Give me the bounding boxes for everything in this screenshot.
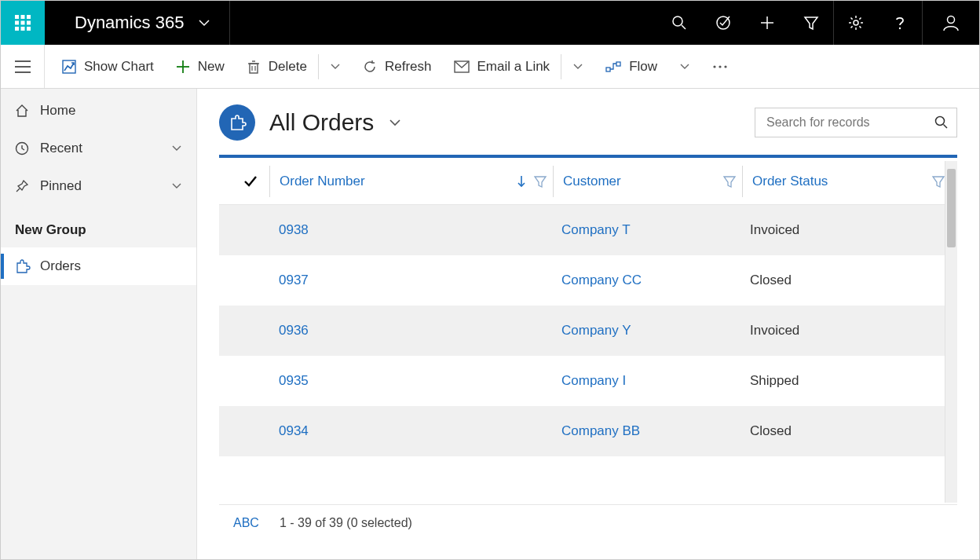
cell-order-number[interactable]: 0934 xyxy=(269,423,552,439)
show-chart-button[interactable]: Show Chart xyxy=(51,45,165,88)
cell-customer[interactable]: Company BB xyxy=(552,423,740,439)
alpha-filter-button[interactable]: ABC xyxy=(233,516,259,530)
more-commands-button[interactable] xyxy=(701,64,739,69)
column-header-order-status[interactable]: Order Status xyxy=(743,174,951,189)
cell-order-number[interactable]: 0936 xyxy=(269,323,552,339)
svg-point-14 xyxy=(854,20,858,25)
svg-line-21 xyxy=(851,26,853,27)
svg-point-44 xyxy=(936,117,945,126)
table-row[interactable]: 0934Company BBClosed xyxy=(219,406,957,456)
select-all-checkbox[interactable] xyxy=(232,174,269,189)
svg-point-23 xyxy=(899,27,901,29)
puzzle-icon xyxy=(229,114,246,131)
cell-customer[interactable]: Company T xyxy=(552,222,740,238)
cell-customer[interactable]: Company CC xyxy=(552,273,740,288)
grid-footer: ABC 1 - 39 of 39 (0 selected) xyxy=(219,504,957,540)
svg-rect-38 xyxy=(616,62,620,66)
task-button[interactable] xyxy=(701,1,745,45)
filter-button[interactable] xyxy=(789,1,833,45)
chevron-down-icon xyxy=(572,61,583,72)
funnel-icon[interactable] xyxy=(534,175,547,188)
nav-toggle-button[interactable] xyxy=(1,45,45,88)
svg-rect-37 xyxy=(606,68,610,71)
view-selector[interactable]: All Orders xyxy=(269,109,402,136)
svg-rect-4 xyxy=(21,21,25,25)
record-count: 1 - 39 of 39 (0 selected) xyxy=(280,516,412,530)
puzzle-icon xyxy=(15,259,29,273)
cell-order-number[interactable]: 0938 xyxy=(269,222,552,238)
waffle-icon xyxy=(15,15,31,31)
sidebar-item-label: Home xyxy=(40,103,75,119)
flow-button[interactable]: Flow xyxy=(594,45,668,88)
column-header-order-number[interactable]: Order Number xyxy=(270,174,553,189)
table-row[interactable]: 0938Company TInvoiced xyxy=(219,205,957,255)
refresh-icon xyxy=(363,60,377,74)
chevron-down-icon xyxy=(171,181,182,192)
svg-rect-2 xyxy=(27,15,31,19)
svg-rect-5 xyxy=(27,21,31,25)
delete-split-button[interactable] xyxy=(319,61,352,72)
column-label: Order Status xyxy=(752,174,828,189)
sidebar-item-label: Orders xyxy=(40,258,81,274)
main-area: All Orders xyxy=(197,89,979,559)
account-button[interactable] xyxy=(923,1,979,45)
clock-icon xyxy=(15,141,29,156)
table-row[interactable]: 0937Company CCClosed xyxy=(219,255,957,306)
trash-icon xyxy=(247,60,261,74)
table-row[interactable]: 0935Company IShipped xyxy=(219,356,957,406)
sidebar-item-recent[interactable]: Recent xyxy=(1,130,196,167)
svg-line-20 xyxy=(859,26,861,27)
refresh-button[interactable]: Refresh xyxy=(352,45,443,88)
svg-point-9 xyxy=(673,16,682,26)
new-record-button[interactable] xyxy=(745,1,789,45)
ellipsis-icon xyxy=(712,64,728,69)
cell-order-status: Invoiced xyxy=(740,323,951,339)
svg-rect-31 xyxy=(250,64,258,73)
scrollbar-thumb[interactable] xyxy=(947,169,956,247)
chevron-down-icon xyxy=(679,61,690,72)
funnel-icon[interactable] xyxy=(723,175,742,188)
settings-button[interactable] xyxy=(834,1,878,45)
command-bar: Show Chart New Delete xyxy=(1,45,979,89)
delete-button[interactable]: Delete xyxy=(236,45,318,88)
cell-order-number[interactable]: 0935 xyxy=(269,373,552,389)
table-row[interactable]: 0936Company YInvoiced xyxy=(219,306,957,356)
gear-icon xyxy=(848,15,864,31)
search-icon[interactable] xyxy=(934,115,949,130)
sidebar-item-label: Pinned xyxy=(40,178,82,194)
brand-area[interactable]: Dynamics 365 xyxy=(45,1,230,45)
svg-rect-7 xyxy=(21,27,25,31)
record-search[interactable] xyxy=(755,108,957,137)
app-launcher-button[interactable] xyxy=(1,1,45,45)
scrollbar[interactable] xyxy=(945,161,957,503)
cell-customer[interactable]: Company Y xyxy=(552,323,740,339)
help-button[interactable] xyxy=(878,1,922,45)
chevron-down-icon xyxy=(388,115,402,130)
flow-split-button[interactable] xyxy=(668,61,701,72)
cell-order-number[interactable]: 0937 xyxy=(269,273,552,288)
cell-customer[interactable]: Company I xyxy=(552,373,740,389)
flow-label: Flow xyxy=(629,59,657,75)
sidebar-item-pinned[interactable]: Pinned xyxy=(1,167,196,205)
funnel-icon xyxy=(803,15,819,31)
search-button[interactable] xyxy=(657,1,701,45)
svg-rect-8 xyxy=(27,27,31,31)
search-input[interactable] xyxy=(766,115,934,130)
mail-icon xyxy=(454,60,470,73)
email-link-button[interactable]: Email a Link xyxy=(443,45,561,88)
grid-header-row: Order Number xyxy=(219,158,957,205)
brand-name: Dynamics 365 xyxy=(75,13,184,33)
sidebar-item-home[interactable]: Home xyxy=(1,92,196,130)
plus-icon xyxy=(176,60,190,74)
column-label: Order Number xyxy=(280,174,365,189)
svg-rect-1 xyxy=(21,15,25,19)
svg-rect-6 xyxy=(15,27,19,31)
email-link-split-button[interactable] xyxy=(561,61,594,72)
new-button[interactable]: New xyxy=(165,45,236,88)
view-header: All Orders xyxy=(197,89,979,155)
sidebar-item-orders[interactable]: Orders xyxy=(1,247,196,285)
column-header-customer[interactable]: Customer xyxy=(554,174,742,189)
sidebar-item-label: Recent xyxy=(40,141,82,156)
svg-line-43 xyxy=(16,188,20,192)
global-top-bar: Dynamics 365 xyxy=(1,1,979,45)
